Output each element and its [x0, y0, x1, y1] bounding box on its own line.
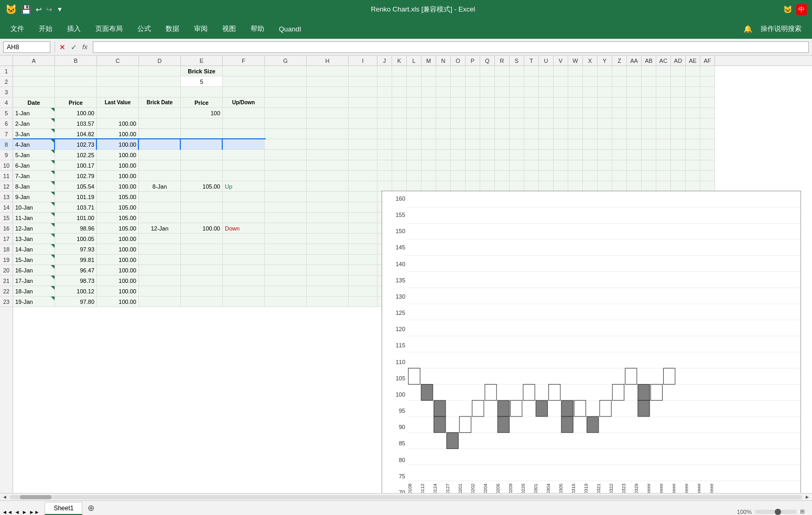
cell-extra-5-3[interactable]: [377, 108, 392, 118]
cell-D1[interactable]: [139, 66, 181, 76]
cell-F6[interactable]: [223, 118, 265, 129]
cell-B11[interactable]: 102.79: [55, 171, 97, 181]
cell-T1[interactable]: [524, 66, 539, 76]
cell-D7[interactable]: [139, 129, 181, 139]
cell-L4[interactable]: [407, 97, 421, 108]
cell-L1[interactable]: [407, 66, 421, 76]
cell-R4[interactable]: [495, 97, 510, 108]
cell-extra-17-1[interactable]: [307, 234, 349, 244]
cell-extra-12-19[interactable]: [612, 181, 627, 192]
cell-AC4[interactable]: [656, 97, 671, 108]
col-header-X[interactable]: X: [583, 56, 598, 65]
cell-extra-12-13[interactable]: [524, 181, 539, 192]
cell-extra-9-4[interactable]: [392, 150, 407, 160]
cell-extra-11-21[interactable]: [642, 171, 656, 181]
col-header-P[interactable]: P: [465, 56, 480, 65]
cell-L2[interactable]: [407, 76, 421, 87]
cell-B15[interactable]: 101.00: [55, 213, 97, 223]
cell-extra-12-21[interactable]: [642, 181, 656, 192]
cell-I2[interactable]: [349, 76, 377, 87]
cell-U4[interactable]: [539, 97, 554, 108]
cell-extra-7-22[interactable]: [656, 129, 671, 139]
cell-extra-14-2[interactable]: [349, 202, 377, 213]
cell-AD3[interactable]: [671, 87, 686, 97]
cell-extra-12-1[interactable]: [307, 181, 349, 192]
cell-B3[interactable]: [55, 87, 97, 97]
cell-K2[interactable]: [392, 76, 407, 87]
cell-G3[interactable]: [265, 87, 307, 97]
cell-extra-22-0[interactable]: [265, 286, 307, 297]
cell-extra-10-21[interactable]: [642, 160, 656, 171]
cell-extra-8-16[interactable]: [568, 139, 583, 150]
cell-extra-8-19[interactable]: [612, 139, 627, 150]
cell-W3[interactable]: [568, 87, 583, 97]
menu-home[interactable]: 开始: [33, 21, 59, 37]
cell-L3[interactable]: [407, 87, 421, 97]
cell-F9[interactable]: [223, 150, 265, 160]
cell-extra-9-10[interactable]: [480, 150, 495, 160]
cell-K3[interactable]: [392, 87, 407, 97]
cell-A12[interactable]: 8-Jan: [13, 181, 55, 192]
cell-extra-7-3[interactable]: [377, 129, 392, 139]
cell-C17[interactable]: 100.00: [97, 234, 139, 244]
cell-H4[interactable]: [307, 97, 349, 108]
cell-extra-10-22[interactable]: [656, 160, 671, 171]
cell-extra-6-5[interactable]: [407, 118, 421, 129]
cell-D3[interactable]: [139, 87, 181, 97]
cell-F2[interactable]: [223, 76, 265, 87]
col-header-I[interactable]: I: [349, 56, 377, 65]
cell-D9[interactable]: [139, 150, 181, 160]
cancel-formula-icon[interactable]: ✕: [59, 43, 66, 51]
confirm-formula-icon[interactable]: ✓: [71, 43, 77, 51]
cell-extra-5-23[interactable]: [671, 108, 686, 118]
cell-F5[interactable]: [223, 108, 265, 118]
cell-extra-11-9[interactable]: [465, 171, 480, 181]
cell-E16[interactable]: 100.00: [181, 223, 223, 234]
cell-A14[interactable]: 10-Jan: [13, 202, 55, 213]
cell-B7[interactable]: 104.82: [55, 129, 97, 139]
cell-D13[interactable]: [139, 192, 181, 202]
cell-U3[interactable]: [539, 87, 554, 97]
row-num-9[interactable]: 9: [0, 150, 13, 160]
cell-A1[interactable]: [13, 66, 55, 76]
cell-A2[interactable]: [13, 76, 55, 87]
cell-C2[interactable]: [97, 76, 139, 87]
cell-M1[interactable]: [421, 66, 436, 76]
cell-A10[interactable]: 6-Jan: [13, 160, 55, 171]
cell-extra-19-1[interactable]: [307, 255, 349, 265]
cell-extra-12-25[interactable]: [700, 181, 715, 192]
cell-extra-9-14[interactable]: [539, 150, 554, 160]
quick-access-icon[interactable]: ▼: [57, 6, 63, 13]
row-num-1[interactable]: 1: [0, 66, 13, 76]
cell-D10[interactable]: [139, 160, 181, 171]
cell-extra-16-2[interactable]: [349, 223, 377, 234]
row-num-21[interactable]: 21: [0, 276, 13, 286]
cell-E3[interactable]: [181, 87, 223, 97]
cell-extra-8-13[interactable]: [524, 139, 539, 150]
cell-C20[interactable]: 100.00: [97, 265, 139, 276]
cell-extra-11-4[interactable]: [392, 171, 407, 181]
row-num-3[interactable]: 3: [0, 87, 13, 97]
cell-extra-6-15[interactable]: [554, 118, 568, 129]
col-header-S[interactable]: S: [510, 56, 524, 65]
cell-G1[interactable]: [265, 66, 307, 76]
cell-extra-9-6[interactable]: [421, 150, 436, 160]
cell-AA2[interactable]: [627, 76, 642, 87]
cell-extra-10-2[interactable]: [349, 160, 377, 171]
cell-E6[interactable]: [181, 118, 223, 129]
cell-D15[interactable]: [139, 213, 181, 223]
cell-extra-8-2[interactable]: [349, 139, 377, 150]
cell-E15[interactable]: [181, 213, 223, 223]
cell-extra-7-24[interactable]: [686, 129, 700, 139]
notification-icon[interactable]: 🔔: [743, 25, 752, 33]
cell-extra-5-17[interactable]: [583, 108, 598, 118]
cell-extra-8-5[interactable]: [407, 139, 421, 150]
cell-A8[interactable]: 4-Jan: [13, 139, 55, 150]
col-header-E[interactable]: E: [181, 56, 223, 65]
cell-S2[interactable]: [510, 76, 524, 87]
col-header-M[interactable]: M: [421, 56, 436, 65]
cell-extra-6-11[interactable]: [495, 118, 510, 129]
cell-extra-5-9[interactable]: [465, 108, 480, 118]
cell-extra-11-7[interactable]: [436, 171, 451, 181]
undo-icon[interactable]: ↩: [36, 5, 42, 14]
